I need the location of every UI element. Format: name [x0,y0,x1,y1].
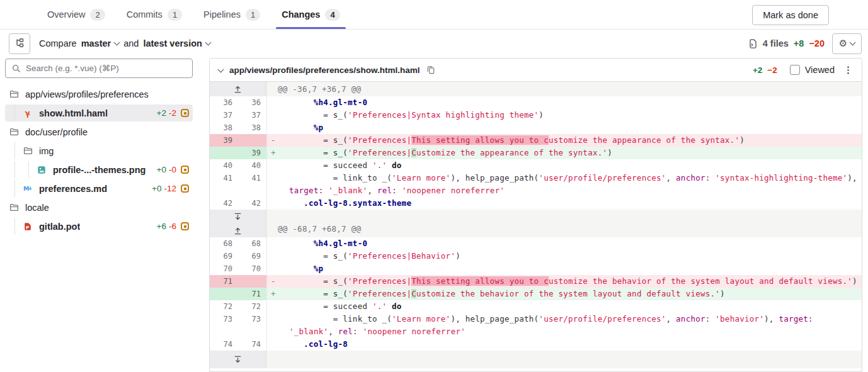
new-line-number[interactable]: 73 [238,313,266,338]
code-line: %h4.gl-mt-0 [279,237,862,250]
indent-guide [14,180,23,197]
tab-label: Changes [282,9,320,20]
code-line: = succeed '.' do [279,159,862,172]
line-marker [266,109,279,121]
tree-folder-img[interactable]: img [5,142,193,159]
diff-line: 7474 .col-lg-8 [210,338,862,351]
code-line: = link_to _('Learn more'), help_page_pat… [279,172,862,197]
file-change-stats: +2-2 [153,108,189,118]
new-line-number[interactable]: 70 [238,262,266,275]
new-line-number[interactable]: 37 [238,109,266,121]
file-tree-icon [14,38,25,50]
pot-file-icon: P [23,222,35,231]
tab-commits[interactable]: Commits1 [127,0,182,29]
new-line-number[interactable] [238,275,266,288]
copy-path-icon[interactable] [426,65,435,74]
tab-count-badge: 1 [246,9,260,21]
additions-count: +6 [157,222,166,231]
diff-body: @@ -36,7 +36,7 @@3636 %h4.gl-mt-03737 = … [210,82,862,368]
code-line: = s_('Preferences|This setting allows yo… [279,275,862,288]
mark-as-done-button[interactable]: Mark as done [752,5,829,25]
code-line: = succeed '.' do [279,300,862,313]
old-line-number[interactable]: 68 [210,237,238,250]
line-marker [266,338,279,351]
expand-up-button[interactable] [210,82,266,96]
code-line: %p [279,262,862,275]
additions-count: +2 [157,108,166,118]
line-marker [266,250,279,262]
deletions-count: -0 [169,165,176,174]
old-line-number[interactable] [210,288,238,300]
new-line-number[interactable] [238,134,266,147]
tree-item-label: doc/user/profile [25,127,88,137]
target-version-dropdown[interactable]: latest version [143,38,210,48]
tab-changes[interactable]: Changes4 [282,0,340,29]
new-line-number[interactable]: 69 [238,250,266,262]
tree-file-show.html.haml[interactable]: γshow.html.haml+2-2 [5,104,193,121]
tree-item-label: app/views/profiles/preferences [25,89,149,99]
diff-file-path: app/views/profiles/preferences/show.html… [229,65,420,75]
old-line-number[interactable]: 72 [210,300,238,313]
new-line-number[interactable]: 40 [238,159,266,172]
hunk-header: @@ -36,7 +36,7 @@ [266,82,862,96]
hunk-header [266,351,862,368]
diff-file-header: app/views/profiles/preferences/show.html… [210,59,862,82]
collapse-file-chevron-icon[interactable] [218,66,224,72]
tree-item-label: show.html.haml [39,108,108,118]
old-line-number[interactable]: 74 [210,338,238,351]
old-line-number[interactable]: 73 [210,313,238,338]
code-line: %p [279,121,862,134]
file-options-kebab-icon[interactable] [843,65,853,75]
new-line-number[interactable]: 36 [238,96,266,109]
code-line: = s_('Preferences|Syntax highlighting th… [279,109,862,121]
file-tree-toggle-button[interactable] [9,33,30,54]
new-line-number[interactable]: 41 [238,172,266,197]
diff-line: 39+ = s_('Preferences|Customize the appe… [210,147,862,159]
source-branch-dropdown[interactable]: master [81,38,120,48]
code-line: = s_('Preferences|This setting allows yo… [279,134,862,147]
tree-folder-locale[interactable]: locale [5,199,193,216]
old-line-number[interactable]: 69 [210,250,238,262]
unviewed-indicator [181,109,189,117]
tree-file-preferences.md[interactable]: Mpreferences.md+0-12 [5,180,193,197]
expand-down-button[interactable] [210,351,266,368]
old-line-number[interactable]: 70 [210,262,238,275]
tree-folder-doc-user-profile[interactable]: doc/user/profile [5,123,193,140]
tab-count-badge: 2 [90,9,105,21]
expand-gutter [210,210,266,237]
old-line-number[interactable]: 41 [210,172,238,197]
old-line-number[interactable]: 42 [210,197,238,210]
tree-item-label: profile-...-themes.png [53,165,146,175]
folder-open-icon [9,203,21,212]
viewed-label: Viewed [805,65,835,75]
new-line-number[interactable]: 72 [238,300,266,313]
tree-file-profile-...-themes.png[interactable]: profile-...-themes.png+0-0 [5,161,193,178]
old-line-number[interactable]: 71 [210,275,238,288]
file-search-input[interactable] [26,64,186,73]
expand-down-button[interactable] [210,210,266,223]
new-line-number[interactable]: 38 [238,121,266,134]
old-line-number[interactable]: 38 [210,121,238,134]
file-change-stats: +6-6 [153,222,189,231]
new-line-number[interactable]: 71 [238,288,266,300]
folder-open-icon [9,89,21,99]
tree-file-gitlab.pot[interactable]: Pgitlab.pot+6-6 [5,218,193,235]
new-line-number[interactable]: 74 [238,338,266,351]
old-line-number[interactable]: 37 [210,109,238,121]
tab-pipelines[interactable]: Pipelines1 [203,0,260,29]
old-line-number[interactable]: 39 [210,134,238,147]
expand-up-button[interactable] [210,223,266,237]
old-line-number[interactable]: 40 [210,159,238,172]
old-line-number[interactable]: 36 [210,96,238,109]
new-line-number[interactable]: 42 [238,197,266,210]
diff-settings-button[interactable]: ⚙ [832,33,862,54]
diff-toolbar: Compare master and latest version 4 file… [0,30,868,57]
tree-folder-app-views-profiles-preferences[interactable]: app/views/profiles/preferences [5,86,193,103]
viewed-checkbox[interactable] [790,65,800,75]
indent-guide [14,218,23,235]
line-marker: - [266,275,279,288]
tab-overview[interactable]: Overview2 [47,0,105,29]
old-line-number[interactable] [210,147,238,159]
new-line-number[interactable]: 68 [238,237,266,250]
new-line-number[interactable]: 39 [238,147,266,159]
